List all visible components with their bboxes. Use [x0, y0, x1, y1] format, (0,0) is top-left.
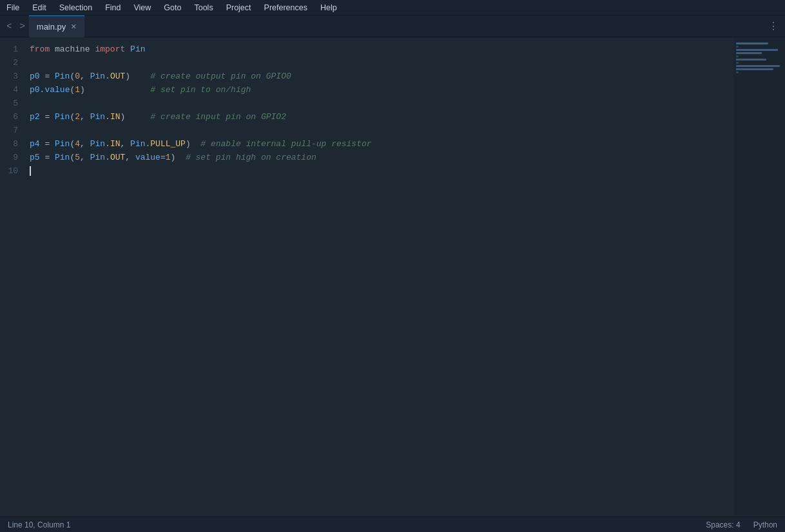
- func-Pin-line8: Pin: [55, 137, 70, 151]
- line-numbers: 1 2 3 4 5 6 7 8 9 10: [0, 37, 27, 517]
- nav-back-button[interactable]: <: [3, 19, 15, 34]
- code-line-7: [30, 124, 733, 137]
- editor: 1 2 3 4 5 6 7 8 9 10 from machine import…: [0, 37, 785, 517]
- code-line-5: [30, 97, 733, 110]
- num-5-line9: 5: [75, 151, 80, 164]
- line-num-8: 8: [0, 137, 18, 151]
- code-line-1: from machine import Pin: [30, 43, 733, 56]
- menu-bar: File Edit Selection Find View Goto Tools…: [0, 0, 785, 15]
- code-line-2: [30, 56, 733, 70]
- comment-line9: # set pin high on creation: [186, 151, 316, 164]
- var-p2: p2: [30, 110, 40, 124]
- kw-from: from: [30, 43, 50, 56]
- status-position[interactable]: Line 10, Column 1: [8, 520, 70, 529]
- menu-find[interactable]: Find: [99, 2, 127, 14]
- tab-filename: main.py: [37, 22, 66, 32]
- var-p0-line3: p0: [30, 70, 40, 83]
- code-line-4: p0 . value ( 1 ) # set pin to on/high: [30, 83, 733, 97]
- line-num-6: 6: [0, 110, 18, 124]
- func-Pin-line6: Pin: [55, 110, 70, 124]
- line-num-5: 5: [0, 97, 18, 110]
- minimap: [733, 37, 785, 517]
- func-Pin-line9: Pin: [55, 151, 70, 164]
- menu-edit[interactable]: Edit: [26, 2, 53, 14]
- line-num-3: 3: [0, 70, 18, 83]
- num-4-line8: 4: [75, 137, 80, 151]
- num-2-line6: 2: [75, 110, 80, 124]
- comment-line8: # enable internal pull-up resistor: [200, 137, 371, 151]
- comment-line4: # set pin to on/high: [150, 83, 251, 97]
- status-language[interactable]: Python: [753, 520, 777, 529]
- menu-help[interactable]: Help: [314, 2, 344, 14]
- menu-preferences[interactable]: Preferences: [258, 2, 314, 14]
- class-Pin: Pin: [130, 43, 145, 56]
- code-line-9: p5 = Pin ( 5 , Pin . OUT , value = 1 ) #…: [30, 151, 733, 164]
- comment-line3: # create output pin on GPIO0: [150, 70, 291, 83]
- var-p4: p4: [30, 137, 40, 151]
- menu-goto[interactable]: Goto: [157, 2, 188, 14]
- comment-line6: # create input pin on GPIO2: [150, 110, 286, 124]
- code-line-3: p0 = Pin ( 0 , Pin . OUT ) # create outp…: [30, 70, 733, 83]
- menu-file[interactable]: File: [0, 2, 26, 14]
- tab-close-button[interactable]: ×: [71, 22, 76, 31]
- more-options-button[interactable]: ⋮: [762, 17, 785, 35]
- line-num-2: 2: [0, 56, 18, 70]
- line-num-10: 10: [0, 164, 18, 178]
- num-0-line3: 0: [75, 70, 80, 83]
- module-name: machine: [55, 43, 90, 56]
- menu-selection[interactable]: Selection: [53, 2, 99, 14]
- nav-forward-button[interactable]: >: [15, 19, 28, 34]
- line-num-4: 4: [0, 83, 18, 97]
- tab-bar: < > main.py × ⋮: [0, 15, 785, 37]
- line-num-1: 1: [0, 43, 18, 56]
- num-1-line4: 1: [75, 83, 80, 97]
- text-cursor: [30, 166, 31, 176]
- func-Pin-line3: Pin: [55, 70, 70, 83]
- code-editor[interactable]: from machine import Pin p0 = Pin ( 0 , P…: [27, 37, 733, 517]
- tab-main-py[interactable]: main.py ×: [29, 15, 84, 37]
- menu-project[interactable]: Project: [220, 2, 258, 14]
- line-num-9: 9: [0, 151, 18, 164]
- var-p0-line4: p0: [30, 83, 40, 97]
- status-right-area: Spaces: 4 Python: [706, 520, 777, 529]
- status-spaces[interactable]: Spaces: 4: [706, 520, 740, 529]
- menu-view[interactable]: View: [127, 2, 157, 14]
- menu-tools[interactable]: Tools: [188, 2, 219, 14]
- var-p5: p5: [30, 151, 40, 164]
- minimap-content: [733, 37, 785, 80]
- status-position-area: Line 10, Column 1: [8, 520, 706, 529]
- line-num-7: 7: [0, 124, 18, 137]
- code-line-6: p2 = Pin ( 2 , Pin . IN ) # create input…: [30, 110, 733, 124]
- kw-import: import: [95, 43, 125, 56]
- num-1-line9: 1: [166, 151, 171, 164]
- status-bar: Line 10, Column 1 Spaces: 4 Python: [0, 517, 785, 532]
- code-line-10: [30, 164, 733, 178]
- func-value: value: [44, 83, 70, 97]
- code-line-8: p4 = Pin ( 4 , Pin . IN , Pin . PULL_UP …: [30, 137, 733, 151]
